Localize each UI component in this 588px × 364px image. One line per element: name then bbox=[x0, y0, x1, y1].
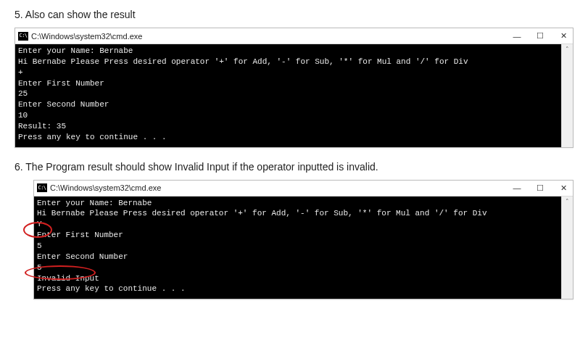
cmd-icon-label: C:\ bbox=[38, 186, 46, 191]
close-button[interactable]: ✕ bbox=[558, 31, 568, 41]
minimize-button[interactable]: — bbox=[512, 183, 522, 193]
titlebar: C:\ C:\Windows\system32\cmd.exe — ☐ ✕ bbox=[34, 181, 573, 197]
maximize-button[interactable]: ☐ bbox=[535, 31, 545, 41]
title-left: C:\ C:\Windows\system32\cmd.exe bbox=[18, 32, 142, 41]
titlebar: C:\ C:\Windows\system32\cmd.exe — ☐ ✕ bbox=[15, 28, 573, 44]
step5-heading: 5. Also can show the result bbox=[15, 9, 573, 20]
scrollbar[interactable]: ˄ bbox=[561, 197, 573, 299]
cmd-icon: C:\ bbox=[37, 183, 47, 192]
scrollbar[interactable]: ˄ bbox=[561, 44, 573, 147]
title-left: C:\ C:\Windows\system32\cmd.exe bbox=[37, 183, 161, 192]
cmd-icon-label: C:\ bbox=[19, 33, 27, 38]
minimize-button[interactable]: — bbox=[512, 31, 522, 41]
window-controls: — ☐ ✕ bbox=[512, 183, 568, 193]
cmd-window-step6: C:\ C:\Windows\system32\cmd.exe — ☐ ✕ En… bbox=[33, 180, 573, 300]
cmd-window-step5: C:\ C:\Windows\system32\cmd.exe — ☐ ✕ En… bbox=[15, 28, 573, 148]
maximize-button[interactable]: ☐ bbox=[535, 183, 545, 193]
close-button[interactable]: ✕ bbox=[558, 183, 568, 193]
body-wrap: Enter your Name: Bernabe Hi Bernabe Plea… bbox=[15, 44, 573, 147]
step6-block: C:\ C:\Windows\system32\cmd.exe — ☐ ✕ En… bbox=[33, 180, 573, 300]
console-output: Enter your Name: Bernabe Hi Bernabe Plea… bbox=[15, 44, 561, 147]
scroll-up-icon[interactable]: ˄ bbox=[566, 197, 569, 207]
window-controls: — ☐ ✕ bbox=[512, 31, 568, 41]
window-title: C:\Windows\system32\cmd.exe bbox=[50, 183, 161, 192]
cmd-icon: C:\ bbox=[18, 32, 28, 41]
scroll-up-icon[interactable]: ˄ bbox=[566, 44, 569, 54]
body-wrap: Enter your Name: Bernabe Hi Bernabe Plea… bbox=[34, 197, 573, 299]
console-output: Enter your Name: Bernabe Hi Bernabe Plea… bbox=[34, 197, 561, 299]
window-title: C:\Windows\system32\cmd.exe bbox=[31, 32, 142, 41]
step6-heading: 6. The Program result should show Invali… bbox=[15, 161, 573, 173]
